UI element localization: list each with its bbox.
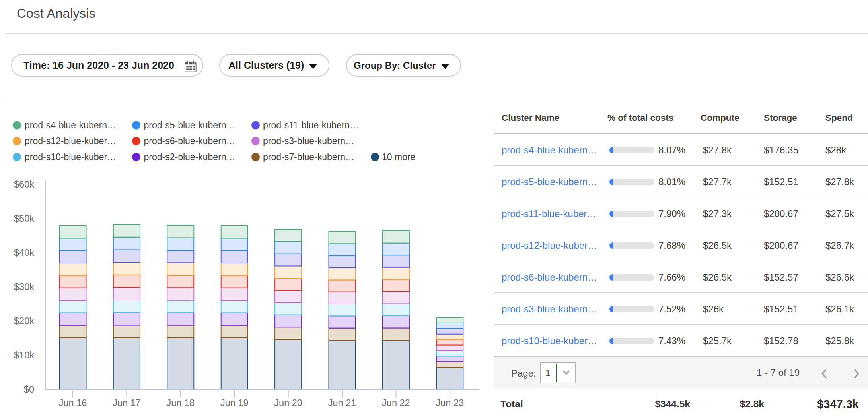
- svg-text:Jun 17: Jun 17: [113, 398, 141, 408]
- svg-text:$20k: $20k: [14, 316, 34, 326]
- svg-text:Jun 16: Jun 16: [59, 398, 87, 408]
- svg-text:Jun 23: Jun 23: [436, 398, 464, 408]
- svg-text:Jun 18: Jun 18: [167, 398, 195, 408]
- svg-text:$40k: $40k: [14, 248, 34, 258]
- svg-text:$50k: $50k: [14, 213, 34, 224]
- svg-text:Jun 22: Jun 22: [382, 398, 410, 408]
- svg-text:$30k: $30k: [14, 282, 34, 292]
- svg-text:$10k: $10k: [14, 350, 34, 360]
- svg-text:Jun 19: Jun 19: [220, 398, 249, 408]
- svg-text:$60k: $60k: [14, 179, 34, 190]
- svg-text:Jun 20: Jun 20: [274, 398, 302, 408]
- svg-text:Jun 21: Jun 21: [328, 398, 356, 408]
- svg-text:$0: $0: [24, 384, 34, 395]
